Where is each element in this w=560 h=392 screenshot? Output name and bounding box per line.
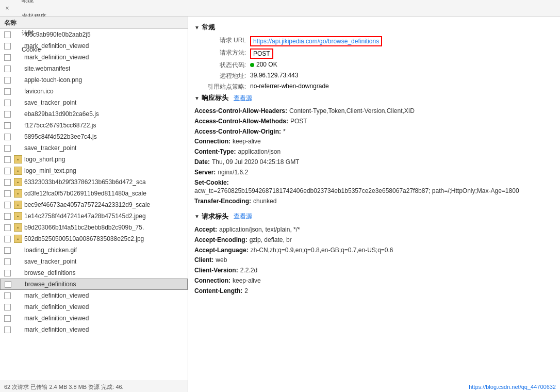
request-headers-title: 请求标头 <box>202 212 228 221</box>
file-checkbox[interactable] <box>4 122 11 129</box>
close-button[interactable]: × <box>2 3 12 13</box>
list-item[interactable]: save_tracker_point <box>0 256 188 267</box>
list-item[interactable]: ▪logo_mini_text.png <box>0 165 188 176</box>
list-item[interactable]: ▪bec9ef46673ae4057a757224a23312d9_scale <box>0 199 188 210</box>
file-checkbox[interactable] <box>4 292 11 299</box>
url-box[interactable]: https://api.jikipedia.com/go/browse_defi… <box>250 36 382 46</box>
list-item[interactable]: favicon.ico <box>0 86 188 97</box>
list-item[interactable]: f1275cc267915cc68722.js <box>0 120 188 131</box>
info-value: POST <box>250 48 273 59</box>
list-item[interactable]: ▪cd3fe12fca0f57b026911b9ed811480a_scale <box>0 188 188 199</box>
header-value: POST <box>290 117 307 126</box>
method-box: POST <box>250 48 273 59</box>
header-row: Connection:keep-alive <box>194 276 554 285</box>
watermark-link[interactable]: https://blog.csdn.net/qq_44700632 <box>469 384 556 390</box>
header-key: Content-Length: <box>194 287 242 296</box>
file-checkbox[interactable] <box>4 66 11 72</box>
request-headers-list: Accept:application/json, text/plain, */*… <box>194 225 554 296</box>
list-item[interactable]: eba829ba13d90b2ca6e5.js <box>0 108 188 120</box>
header-value: nginx/1.6.2 <box>218 168 248 177</box>
file-thumbnail-icon: ▪ <box>14 235 22 243</box>
header-row: Access-Control-Allow-Headers:Content-Typ… <box>194 107 554 116</box>
file-name-label: f65c9ab990fe0b2aab2j5 <box>24 31 91 38</box>
list-item[interactable]: mark_definition_viewed <box>0 324 188 335</box>
file-checkbox[interactable] <box>4 134 11 140</box>
list-item[interactable]: mark_definition_viewed <box>0 52 188 63</box>
response-headers-toggle-icon[interactable]: ▼ <box>194 95 200 101</box>
file-checkbox[interactable] <box>4 258 11 265</box>
list-item[interactable]: mark_definition_viewed <box>0 313 188 324</box>
file-checkbox[interactable] <box>4 202 11 208</box>
file-checkbox[interactable] <box>4 145 11 152</box>
file-name-label: bec9ef46673ae4057a757224a23312d9_scale <box>24 201 150 208</box>
general-rows: 请求 URLhttps://api.jikipedia.com/go/brows… <box>194 36 554 91</box>
file-checkbox[interactable] <box>4 315 11 322</box>
list-item[interactable]: save_tracker_point <box>0 97 188 108</box>
tab-响应[interactable]: 响应 <box>15 0 53 8</box>
file-checkbox[interactable] <box>4 168 11 174</box>
file-checkbox[interactable] <box>4 31 11 38</box>
response-headers-title: 响应标头 <box>202 93 228 103</box>
file-checkbox[interactable] <box>4 43 11 50</box>
list-item[interactable]: browse_definitions <box>0 279 188 290</box>
right-panel: ▼ 常规 请求 URLhttps://api.jikipedia.com/go/… <box>188 17 560 392</box>
header-key: Accept-Language: <box>194 246 249 255</box>
file-checkbox[interactable] <box>4 111 11 118</box>
list-item[interactable]: mark_definition_viewed <box>0 290 188 301</box>
header-value: gzip, deflate, br <box>250 236 292 244</box>
request-headers-toggle-icon[interactable]: ▼ <box>194 214 200 219</box>
response-headers-view-source[interactable]: 查看源 <box>234 94 252 103</box>
file-name-label: site.webmanifest <box>24 65 70 72</box>
file-name-label: f1275cc267915cc68722.js <box>24 122 96 129</box>
general-toggle-icon[interactable]: ▼ <box>194 25 200 30</box>
file-name-label: browse_definitions <box>25 281 76 288</box>
file-name-label: mark_definition_viewed <box>24 42 89 50</box>
header-key: Date: <box>194 158 210 167</box>
file-checkbox[interactable] <box>4 270 11 276</box>
list-item[interactable]: f65c9ab990fe0b2aab2j5 <box>0 29 188 40</box>
general-section-title: 常规 <box>202 23 215 32</box>
request-headers-view-source[interactable]: 查看源 <box>234 212 252 221</box>
list-item[interactable]: 5895c84f4d522b3ee7c4.js <box>0 131 188 142</box>
file-thumbnail-icon: ▪ <box>14 223 22 232</box>
header-row: Accept:application/json, text/plain, */* <box>194 225 554 234</box>
file-checkbox[interactable] <box>4 326 11 333</box>
list-item[interactable]: save_tracker_point <box>0 142 188 154</box>
file-checkbox[interactable] <box>5 281 11 288</box>
list-item[interactable]: ▪1e14c2758f4d47241e47a28b475145d2.jpeg <box>0 210 188 222</box>
list-item[interactable]: browse_definitions <box>0 267 188 279</box>
file-name-label: logo_mini_text.png <box>24 167 76 174</box>
list-item[interactable]: loading_chicken.gif <box>0 244 188 256</box>
file-checkbox[interactable] <box>4 247 11 254</box>
file-checkbox[interactable] <box>4 236 11 242</box>
list-item[interactable]: ▪logo_short.png <box>0 154 188 165</box>
file-checkbox[interactable] <box>4 224 11 231</box>
file-checkbox[interactable] <box>4 156 11 163</box>
header-value: zh-CN,zh;q=0.9,en;q=0.8,en-GB;q=0.7,en-U… <box>251 246 393 255</box>
list-item[interactable]: site.webmanifest <box>0 63 188 74</box>
list-item[interactable]: ▪b9d203066b1f4a51bc2bebb8db2c909b_75. <box>0 222 188 233</box>
header-key: Transfer-Encoding: <box>194 197 251 206</box>
list-item[interactable]: mark_definition_viewed <box>0 301 188 313</box>
header-value: 2.2.2d <box>240 266 257 275</box>
content-area: ▼ 常规 请求 URLhttps://api.jikipedia.com/go/… <box>188 17 560 392</box>
file-name-label: browse_definitions <box>24 269 75 276</box>
list-item[interactable]: ▪502db5250500510a00867835038e25c2.jpg <box>0 233 188 244</box>
general-info-row: 请求方法:POST <box>194 48 554 59</box>
file-name-label: 1e14c2758f4d47241e47a28b475145d2.jpeg <box>24 213 146 220</box>
list-item[interactable]: apple-touch-icon.png <box>0 74 188 86</box>
file-name-label: mark_definition_viewed <box>24 54 89 61</box>
file-checkbox[interactable] <box>4 213 11 220</box>
file-checkbox[interactable] <box>4 77 11 84</box>
header-key: Connection: <box>194 137 230 146</box>
file-checkbox[interactable] <box>4 88 11 95</box>
file-checkbox[interactable] <box>4 54 11 61</box>
response-headers-list: Access-Control-Allow-Headers:Content-Typ… <box>194 107 554 206</box>
list-item[interactable]: ▪63323033b4b29f33786213b653b6d472_sca <box>0 176 188 188</box>
general-info-row: 请求 URLhttps://api.jikipedia.com/go/brows… <box>194 36 554 46</box>
file-checkbox[interactable] <box>4 179 11 186</box>
file-checkbox[interactable] <box>4 304 11 311</box>
file-checkbox[interactable] <box>4 100 11 106</box>
file-checkbox[interactable] <box>4 190 11 197</box>
list-item[interactable]: mark_definition_viewed <box>0 40 188 52</box>
